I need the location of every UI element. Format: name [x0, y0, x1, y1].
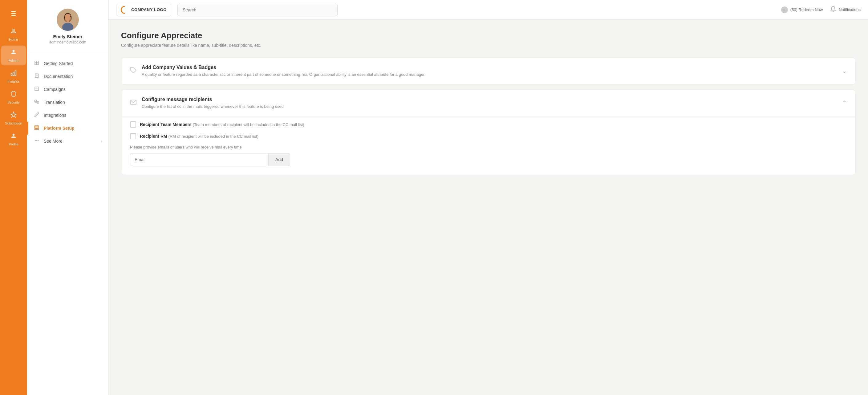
sidebar-item-documentation[interactable]: Documentation — [27, 70, 108, 83]
mail-icon — [130, 99, 137, 107]
notifications-button[interactable]: Notifications — [830, 6, 861, 13]
rail-item-admin[interactable]: Admin — [1, 45, 26, 65]
card-message-recipients-body: Recipient Team Members (Team members of … — [121, 116, 856, 175]
svg-point-32 — [783, 8, 786, 12]
main-area: COMPANY LOGO $ (50) Redeem Now Notificat… — [109, 0, 868, 395]
getting-started-icon — [33, 60, 40, 66]
card-company-values-chevron: ⌄ — [842, 68, 847, 74]
see-more-icon — [33, 138, 40, 144]
sidebar-item-translation[interactable]: Translation — [27, 96, 108, 109]
svg-rect-12 — [35, 61, 36, 63]
card-company-values-title: Add Company Values & Badges — [142, 65, 837, 70]
rail-label-home: Home — [9, 38, 18, 41]
svg-rect-3 — [13, 72, 14, 75]
svg-rect-28 — [34, 128, 38, 129]
home-icon — [10, 28, 17, 36]
admin-icon — [10, 49, 17, 57]
redeem-button[interactable]: $ (50) Redeem Now — [781, 6, 823, 13]
svg-rect-4 — [15, 71, 16, 76]
rail-item-profile[interactable]: Profile — [1, 129, 26, 149]
svg-point-5 — [12, 134, 14, 135]
sidebar-label-translation: Translation — [44, 100, 65, 105]
content-area: Configure Appreciate Configure appreciat… — [109, 20, 868, 395]
page-subtitle: Configure appreciate feature details lik… — [121, 43, 856, 48]
topbar-right: $ (50) Redeem Now Notifications — [781, 6, 861, 13]
checkbox-recipient-team[interactable] — [130, 121, 136, 127]
sidebar-label-see-more: See More — [44, 139, 63, 144]
card-message-recipients-header[interactable]: Configure message recipients Configure t… — [121, 90, 856, 117]
sidebar-label-campaigns: Campaigns — [44, 87, 66, 92]
svg-point-1 — [12, 50, 14, 52]
redeem-label: (50) Redeem Now — [790, 7, 823, 12]
company-logo[interactable]: COMPANY LOGO — [116, 4, 171, 16]
checkbox-label-recipient-team: Recipient Team Members (Team members of … — [140, 122, 304, 127]
insights-icon — [10, 70, 17, 78]
sidebar-label-integrations: Integrations — [44, 113, 66, 118]
svg-rect-15 — [37, 63, 38, 65]
email-input[interactable] — [130, 153, 268, 166]
add-email-button[interactable]: Add — [268, 153, 290, 166]
svg-rect-27 — [34, 127, 38, 128]
hamburger-menu[interactable]: ☰ — [11, 5, 16, 23]
sidebar-item-integrations[interactable]: Integrations — [27, 109, 108, 122]
svg-point-29 — [35, 140, 35, 141]
svg-rect-20 — [35, 87, 38, 91]
see-more-chevron: › — [101, 139, 102, 144]
recipient-rm-label: Recipient RM — [140, 134, 167, 139]
logo-circle-icon — [119, 4, 131, 16]
svg-point-0 — [12, 29, 14, 31]
svg-point-31 — [38, 140, 38, 141]
tag-icon — [130, 67, 137, 75]
logo-text: COMPANY LOGO — [131, 7, 167, 12]
page-title: Configure Appreciate — [121, 31, 856, 40]
card-message-recipients-title: Configure message recipients — [142, 97, 837, 102]
avatar — [57, 9, 79, 31]
sidebar-item-campaigns[interactable]: Campaigns — [27, 83, 108, 96]
sidebar-item-getting-started[interactable]: Getting Started — [27, 57, 108, 70]
rail-item-home[interactable]: Home — [1, 25, 26, 44]
card-message-recipients-desc: Configure the list of cc in the mails tr… — [142, 103, 837, 110]
rail-item-subscription[interactable]: Subcription — [1, 109, 26, 128]
rail-label-security: Security — [7, 100, 20, 104]
icon-rail: ☰ Home Admin Insights Security Subcripti… — [0, 0, 27, 395]
sidebar-item-platform-setup[interactable]: Platform Setup — [27, 122, 108, 135]
card-company-values-header[interactable]: Add Company Values & Badges A quality or… — [121, 58, 856, 84]
recipient-team-label: Recipient Team Members — [140, 122, 192, 127]
profile-icon — [10, 132, 17, 141]
rail-label-insights: Insights — [8, 80, 20, 83]
svg-rect-26 — [34, 126, 38, 127]
user-name: Emily Steiner — [53, 34, 82, 39]
rail-item-insights[interactable]: Insights — [1, 66, 26, 86]
card-company-values: Add Company Values & Badges A quality or… — [121, 58, 856, 85]
sidebar-profile: Emily Steiner admindemo@abc.com — [27, 0, 108, 52]
checkbox-row-recipient-rm: Recipient RM (RM of recipient will be in… — [130, 133, 847, 139]
svg-rect-21 — [34, 100, 36, 102]
checkbox-row-recipient-team: Recipient Team Members (Team members of … — [130, 121, 847, 127]
subscription-icon — [10, 112, 17, 120]
card-message-recipients: Configure message recipients Configure t… — [121, 90, 856, 175]
svg-point-30 — [36, 140, 37, 141]
security-icon — [10, 91, 17, 99]
email-section-label: Please provide emails of users who will … — [130, 145, 847, 149]
svg-rect-13 — [37, 61, 38, 63]
email-input-row: Add — [130, 153, 290, 166]
svg-rect-2 — [11, 73, 12, 75]
sidebar-item-see-more[interactable]: See More › — [27, 135, 108, 148]
card-message-recipients-chevron: ⌃ — [842, 99, 847, 106]
rail-label-admin: Admin — [9, 59, 18, 62]
coin-icon: $ — [781, 6, 788, 13]
topbar: COMPANY LOGO $ (50) Redeem Now Notificat… — [109, 0, 868, 20]
rail-item-security[interactable]: Security — [1, 88, 26, 107]
sidebar-label-platform-setup: Platform Setup — [44, 126, 74, 131]
platform-setup-icon — [33, 125, 40, 131]
search-input[interactable] — [178, 4, 338, 16]
sidebar-label-getting-started: Getting Started — [44, 61, 73, 66]
recipient-rm-hint: (RM of recipient will be included in the… — [168, 134, 259, 139]
bell-icon — [830, 6, 836, 13]
sidebar-nav: Getting Started Documentation Campaigns … — [27, 52, 108, 395]
sidebar: Emily Steiner admindemo@abc.com Getting … — [27, 0, 109, 395]
checkbox-recipient-rm[interactable] — [130, 133, 136, 139]
checkbox-label-recipient-rm: Recipient RM (RM of recipient will be in… — [140, 134, 258, 139]
rail-label-profile: Profile — [9, 142, 18, 146]
campaigns-icon — [33, 86, 40, 92]
